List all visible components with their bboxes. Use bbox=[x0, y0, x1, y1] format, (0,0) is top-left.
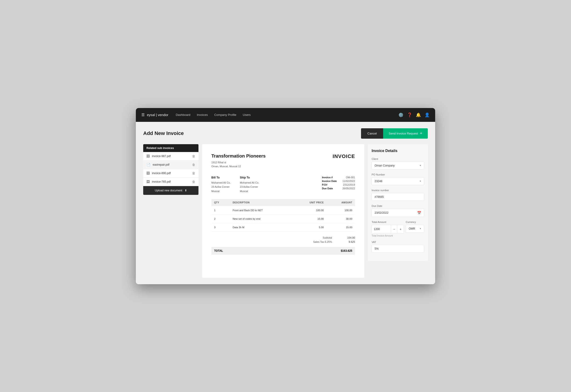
currency-value: OMR bbox=[409, 227, 415, 230]
bill-to-heading: Bill To bbox=[211, 176, 231, 179]
help-icon[interactable]: ❓ bbox=[407, 112, 412, 117]
nav-dashboard[interactable]: Dashboard bbox=[176, 113, 190, 116]
po-select[interactable]: 23248 ▾ bbox=[371, 177, 424, 185]
nav-users[interactable]: Users bbox=[243, 113, 251, 116]
settings-icon[interactable]: ⚙️ bbox=[398, 112, 403, 117]
amount-group: Total Amount 1200 − + Total Invoice Amou… bbox=[371, 221, 404, 237]
sidebar-file-name: invoice-987.pdf bbox=[152, 155, 190, 158]
meta-label-po: P.O# bbox=[322, 183, 328, 186]
sidebar-item[interactable]: 🖼 invoice-987.pdf 🗑 bbox=[143, 152, 199, 160]
bill-ship-meta-row: Bill To Mohamed Ali Co. 23 Aziba Corner … bbox=[211, 176, 355, 193]
ship-city: Muscat bbox=[240, 189, 259, 193]
ship-to-heading: Ship To bbox=[240, 176, 259, 179]
upload-icon: ⬆ bbox=[185, 189, 187, 192]
row-desc: Data 3h M bbox=[230, 223, 292, 232]
upload-button[interactable]: Upload new document ⬆ bbox=[143, 186, 199, 195]
meta-due-date: Due Date 26/05/2022 bbox=[322, 187, 355, 190]
page-title: Add New Invoice bbox=[143, 130, 184, 136]
meta-label-due-date: Due Date bbox=[322, 187, 333, 190]
delete-icon[interactable]: 🗑 bbox=[192, 171, 195, 175]
notification-icon[interactable]: 🔔 bbox=[416, 112, 421, 117]
sidebar-file-name: invoice-890.pdf bbox=[152, 172, 190, 175]
invoice-preview: Transformation Pioneers 1912 Rihal st Om… bbox=[202, 144, 364, 278]
col-desc: DESCRIPTION bbox=[230, 199, 292, 206]
po-value: 23248 bbox=[375, 180, 382, 183]
row-desc: Front and Back DD to NET bbox=[230, 206, 292, 215]
row-unit: 15.00 bbox=[292, 214, 327, 223]
delete-icon[interactable]: 🗑 bbox=[192, 180, 195, 184]
calendar-icon: 📅 bbox=[417, 211, 421, 215]
sidebar: Related sub invoices 🖼 invoice-987.pdf 🗑… bbox=[143, 144, 199, 195]
col-qty: QTY bbox=[211, 199, 230, 206]
sidebar-item[interactable]: 🖼 invoice-765.pdf 🗑 bbox=[143, 178, 199, 186]
vat-input[interactable]: 5% bbox=[371, 245, 424, 253]
sidebar-header: Related sub invoices bbox=[143, 144, 199, 152]
currency-select[interactable]: OMR ▾ bbox=[406, 225, 424, 233]
chevron-down-icon: ▾ bbox=[420, 180, 421, 183]
cancel-button[interactable]: Cancel bbox=[361, 128, 383, 139]
total-value: $163.625 bbox=[341, 249, 352, 252]
invoice-number-input[interactable]: #78665 bbox=[371, 193, 424, 201]
vat-field-group: VAT 5% bbox=[371, 241, 424, 253]
due-date-field-group: Due Date 23/02/2022 📅 bbox=[371, 204, 424, 217]
invoice-table: QTY DESCRIPTION UNIT PRICE AMOUNT 1 Fron… bbox=[211, 199, 355, 232]
chevron-down-icon: ▾ bbox=[420, 164, 421, 167]
content-row: Related sub invoices 🖼 invoice-987.pdf 🗑… bbox=[143, 144, 428, 278]
increase-amount-button[interactable]: + bbox=[397, 225, 404, 233]
details-title: Invoice Details bbox=[371, 149, 424, 153]
sidebar-item[interactable]: 🖼 invoice-890.pdf 🗑 bbox=[143, 169, 199, 178]
bill-address1: 23 Aziba Corner bbox=[211, 185, 231, 189]
plus-icon: + bbox=[420, 131, 422, 136]
client-value: Oman Company bbox=[375, 164, 395, 167]
row-amount: 30.00 bbox=[327, 214, 355, 223]
send-invoice-button[interactable]: Send Invoice Request + bbox=[383, 128, 428, 139]
row-amount: 15.00 bbox=[327, 223, 355, 232]
invoice-top: Transformation Pioneers 1912 Rihal st Om… bbox=[211, 153, 355, 169]
currency-label: Currency bbox=[406, 221, 424, 223]
vat-label: VAT bbox=[371, 241, 424, 244]
image-icon: 🖼 bbox=[146, 154, 150, 158]
image-icon: 🖼 bbox=[146, 171, 150, 175]
po-field-group: PO Number 23248 ▾ bbox=[371, 173, 424, 185]
sidebar-item-active[interactable]: 📄 eastrepair.pdf 🗑 bbox=[143, 160, 199, 169]
amount-controls: 1200 − + bbox=[371, 225, 404, 233]
ship-name: Mohamed Ali Co. bbox=[240, 181, 259, 185]
invoice-number-field-group: Invoice number #78665 bbox=[371, 189, 424, 201]
company-name: Transformation Pioneers bbox=[211, 153, 266, 159]
meta-po: P.O# 2312/2019 bbox=[322, 183, 355, 186]
currency-group: Currency OMR ▾ bbox=[406, 221, 424, 237]
ship-address1: 23 Aziba Corner bbox=[240, 185, 259, 189]
hamburger-icon[interactable]: ☰ bbox=[141, 113, 144, 117]
subtotal-value: 154.00 bbox=[341, 236, 355, 239]
nav-invoices[interactable]: Invoices bbox=[197, 113, 208, 116]
sidebar-file-name: invoice-765.pdf bbox=[152, 180, 190, 183]
tax-value: 9.625 bbox=[341, 240, 355, 243]
meta-label-invoice-date: Invoice Date bbox=[322, 180, 337, 182]
client-select[interactable]: Oman Company ▾ bbox=[371, 162, 424, 170]
col-unit-price: UNIT PRICE bbox=[292, 199, 327, 206]
tax-label: Sales Tax 6.25% bbox=[313, 240, 332, 243]
navbar: ☰ eysal | vendor Dashboard Invoices Comp… bbox=[136, 108, 435, 122]
invoice-meta: Invoice # OM-001 Invoice Date 11/02/2022… bbox=[322, 176, 355, 193]
user-icon[interactable]: 👤 bbox=[425, 112, 430, 117]
meta-value-po: 2312/2019 bbox=[343, 183, 355, 186]
header-actions: Cancel Send Invoice Request + bbox=[361, 128, 428, 139]
details-panel: Invoice Details Client Oman Company ▾ PO… bbox=[368, 144, 428, 261]
tax-row: Sales Tax 6.25% 9.625 bbox=[313, 240, 355, 243]
total-invoice-amount-label: Total Invoice Amount bbox=[371, 234, 404, 237]
due-date-input[interactable]: 23/02/2022 📅 bbox=[371, 209, 424, 217]
company-address-line1: 1912 Rihal st bbox=[211, 160, 266, 165]
row-amount: 100.00 bbox=[327, 206, 355, 215]
send-invoice-label: Send Invoice Request bbox=[389, 132, 418, 135]
row-qty: 1 bbox=[211, 206, 230, 215]
decrease-amount-button[interactable]: − bbox=[391, 225, 397, 233]
nav-icons: ⚙️ ❓ 🔔 👤 bbox=[398, 112, 430, 117]
bill-to-section: Bill To Mohamed Ali Co. 23 Aziba Corner … bbox=[211, 176, 231, 193]
delete-icon[interactable]: 🗑 bbox=[192, 163, 195, 167]
main-content: Add New Invoice Cancel Send Invoice Requ… bbox=[136, 122, 435, 284]
nav-company-profile[interactable]: Company Profile bbox=[214, 113, 236, 116]
page-header: Add New Invoice Cancel Send Invoice Requ… bbox=[143, 128, 428, 139]
meta-value-invoice-num: OM-001 bbox=[346, 176, 355, 179]
subtotal-row: Subtotal 154.00 bbox=[323, 236, 355, 239]
delete-icon[interactable]: 🗑 bbox=[192, 154, 195, 158]
